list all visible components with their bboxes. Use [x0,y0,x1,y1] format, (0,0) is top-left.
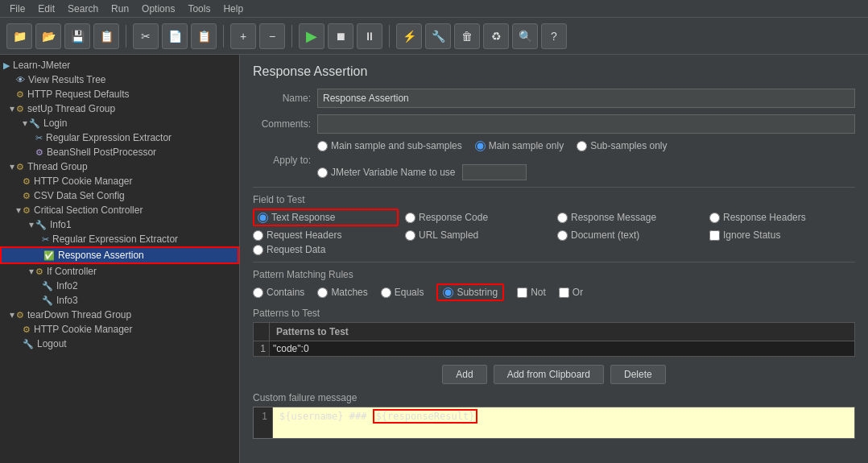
sidebar-item-logout[interactable]: 🔧 Logout [0,337,239,351]
toolbar-help[interactable]: ? [541,23,567,49]
apply-main-only[interactable]: Main sample only [475,140,564,151]
pmr-or[interactable]: Or [559,287,583,298]
field-url-sampled[interactable]: URL Sampled [405,229,551,241]
response-code-radio[interactable] [405,213,415,223]
toolbar-new[interactable]: 📁 [6,23,32,49]
sidebar-item-critical-section[interactable]: ▾ ⚙ Critical Section Controller [0,203,239,217]
field-document-text[interactable]: Document (text) [557,229,703,241]
menu-file[interactable]: File [3,2,31,16]
toolbar-cut[interactable]: ✂ [133,23,159,49]
field-response-code[interactable]: Response Code [405,209,551,226]
toolbar-save[interactable]: 💾 [64,23,90,49]
sidebar-item-info3[interactable]: 🔧 Info3 [0,293,239,308]
row-num-1: 1 [254,341,270,357]
add-button[interactable]: Add [442,365,486,384]
toolbar-remote-stop[interactable]: 🔧 [425,23,451,49]
toolbar-run[interactable]: ▶ [299,23,324,49]
toolbar-saveas[interactable]: 📋 [93,23,119,49]
equals-label: Equals [395,287,424,298]
equals-radio[interactable] [381,287,391,298]
apply-sub-only-radio[interactable] [577,141,587,151]
sidebar-item-if-controller[interactable]: ▾ ⚙ If Controller [0,264,239,279]
comments-input[interactable] [317,114,855,134]
field-response-headers[interactable]: Response Headers [709,209,855,226]
text-response-radio[interactable] [258,213,268,223]
sidebar-item-regex-2[interactable]: ✂ Regular Expression Extractor [0,232,239,246]
custom-failure-editor: 1 ${username} ### ${responseResult} [253,407,855,439]
pattern-matching-label: Pattern Matching Rules [253,269,855,280]
sidebar-item-login[interactable]: ▾ 🔧 Login [0,116,239,130]
menu-help[interactable]: Help [217,2,250,16]
substring-radio[interactable] [443,287,453,298]
menu-run[interactable]: Run [105,2,135,16]
apply-main-sub[interactable]: Main sample and sub-samples [317,140,462,151]
sidebar-item-http-cookie[interactable]: ⚙ HTTP Cookie Manager [0,174,239,188]
contains-radio[interactable] [253,287,263,298]
tg-expand-icon: ▾ [10,161,14,172]
tree-panel: ▶ Learn-JMeter 👁 View Results Tree ⚙ HTT… [0,55,240,463]
sidebar-item-info2[interactable]: 🔧 Info2 [0,279,239,293]
toolbar-remote-start[interactable]: ⚡ [396,23,422,49]
toolbar-search[interactable]: 🔍 [512,23,538,49]
toolbar-copy[interactable]: 📄 [162,23,188,49]
pmr-contains[interactable]: Contains [253,287,304,298]
custom-failure-code[interactable]: ${username} ### ${responseResult} [273,407,854,438]
request-data-radio[interactable] [253,245,263,255]
toolbar-remove[interactable]: − [259,23,285,49]
pattern-value-1[interactable]: "code":0 [270,341,855,357]
sidebar-item-info1[interactable]: ▾ 🔧 Info1 [0,217,239,232]
contains-label: Contains [267,287,304,298]
apply-jmeter-var[interactable]: JMeter Variable Name to use [317,164,527,180]
toolbar-pause[interactable]: ⏸ [357,23,382,49]
sidebar-item-thread-group[interactable]: ▾ ⚙ Thread Group [0,159,239,174]
pmr-equals[interactable]: Equals [381,287,424,298]
menu-options[interactable]: Options [135,2,181,16]
menu-tools[interactable]: Tools [181,2,217,16]
document-text-label: Document (text) [571,229,639,241]
url-sampled-radio[interactable] [405,230,415,241]
request-headers-radio[interactable] [253,230,263,241]
matches-radio[interactable] [317,287,328,298]
add-from-clipboard-button[interactable]: Add from Clipboard [494,365,604,384]
sidebar-item-csv[interactable]: ⚙ CSV Data Set Config [0,188,239,203]
name-input[interactable] [317,89,855,108]
sidebar-item-setup-thread-group[interactable]: ▾ ⚙ setUp Thread Group [0,101,239,116]
sidebar-item-http-defaults[interactable]: ⚙ HTTP Request Defaults [0,87,239,101]
apply-main-sub-radio[interactable] [317,141,328,151]
document-text-radio[interactable] [557,230,568,241]
sidebar-item-beanshell[interactable]: ⚙ BeanShell PostProcessor [0,145,239,159]
field-response-message[interactable]: Response Message [557,209,703,226]
toolbar-clear[interactable]: 🗑 [454,23,480,49]
field-request-headers[interactable]: Request Headers [253,229,399,241]
response-headers-radio[interactable] [709,213,720,223]
setup-expand-icon: ▾ [10,103,14,114]
or-checkbox[interactable] [559,287,569,298]
not-checkbox[interactable] [517,287,527,298]
sidebar-item-response-assertion[interactable]: ✅ Response Assertion [0,246,239,264]
toolbar-add[interactable]: + [230,23,256,49]
apply-jmeter-var-radio[interactable] [317,167,328,178]
response-message-radio[interactable] [557,213,568,223]
toolbar-stop[interactable]: ⏹ [328,23,353,49]
jmeter-var-input[interactable] [462,164,527,180]
apply-sub-only[interactable]: Sub-samples only [577,140,667,151]
apply-main-only-radio[interactable] [475,141,486,151]
delete-button[interactable]: Delete [610,365,666,384]
toolbar-open[interactable]: 📂 [35,23,61,49]
pmr-not[interactable]: Not [517,287,546,298]
tree-root[interactable]: ▶ Learn-JMeter [0,58,239,72]
sidebar-item-http-cookie-2[interactable]: ⚙ HTTP Cookie Manager [0,322,239,337]
toolbar-paste[interactable]: 📋 [191,23,217,49]
sidebar-item-teardown[interactable]: ▾ ⚙ tearDown Thread Group [0,308,239,322]
menu-search[interactable]: Search [61,2,105,16]
field-text-response[interactable]: Text Response [253,209,399,226]
menu-edit[interactable]: Edit [31,2,61,16]
toolbar-clear-all[interactable]: ♻ [483,23,509,49]
pmr-matches[interactable]: Matches [317,287,367,298]
ignore-status-checkbox[interactable] [709,230,720,241]
sidebar-item-view-results[interactable]: 👁 View Results Tree [0,72,239,87]
field-request-data[interactable]: Request Data [253,244,399,255]
field-ignore-status[interactable]: Ignore Status [709,229,855,241]
pmr-substring[interactable]: Substring [436,283,504,301]
sidebar-item-regex-1[interactable]: ✂ Regular Expression Extractor [0,130,239,145]
